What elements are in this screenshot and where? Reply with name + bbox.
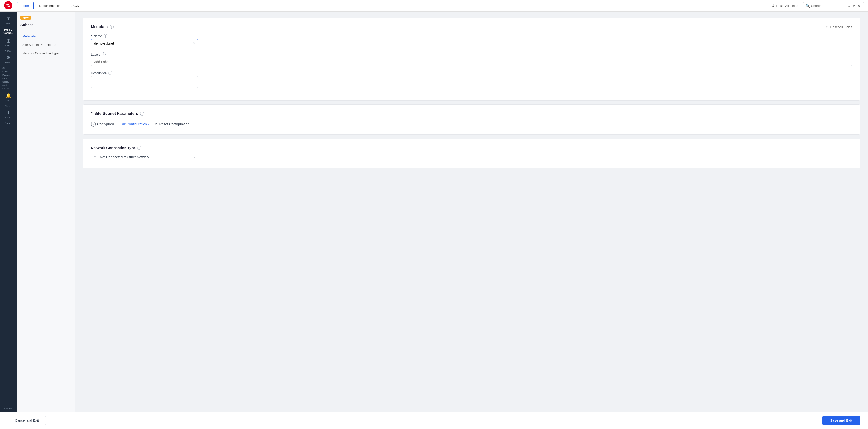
configured-badge: ✓ Configured	[91, 122, 114, 127]
reset-configuration-link[interactable]: ↺ Reset Configuration	[155, 122, 189, 126]
site-subnet-card: * Site Subnet Parameters i ✓ Configured …	[83, 104, 860, 135]
chevron-right-icon: ›	[148, 122, 149, 126]
network-connection-select-wrapper: ↱ Not Connected to Other Network Connect…	[91, 153, 198, 161]
manage-icon: ⚙	[6, 55, 10, 60]
top-nav: f5 Form Documentation JSON ↺ Reset All F…	[0, 0, 868, 12]
svg-text:f5: f5	[6, 3, 10, 8]
sidebar-link-nfv[interactable]: NFV	[1, 77, 16, 80]
sidebar-link-network[interactable]: Netw...	[1, 70, 16, 73]
network-connection-card: Network Connection Type i ↱ Not Connecte…	[83, 138, 860, 168]
name-label: * Name i	[91, 34, 852, 38]
f5-logo: f5	[4, 1, 13, 10]
site-subnet-info-icon[interactable]: i	[140, 112, 144, 116]
left-sidebar: ⊞ Sele... Multi-CConne... ◫ Ove... Netw.…	[0, 12, 17, 412]
sidebar-item-overview-label: Ove...	[5, 44, 11, 47]
configured-row: ✓ Configured Edit Configuration › ↺ Rese…	[91, 121, 852, 128]
sidebar-link-firewall[interactable]: Firew...	[1, 73, 16, 77]
labels-form-group: Labels i	[91, 52, 852, 66]
bell-icon: 🔔	[6, 93, 11, 99]
sidebar-item-notifications[interactable]: 🔔 Noti...	[0, 91, 17, 104]
panel-nav-header: New Subnet	[17, 12, 75, 32]
name-clear-button[interactable]: ✕	[192, 41, 196, 46]
name-info-icon[interactable]: i	[103, 34, 107, 38]
reset-icon: ↺	[772, 4, 775, 8]
sidebar-item-manage[interactable]: ⚙ Man...	[0, 53, 17, 66]
reset-all-fields-button[interactable]: ↺ Reset All Fields	[772, 4, 798, 8]
search-icon: 🔍	[806, 4, 810, 8]
description-info-icon[interactable]: i	[108, 71, 112, 75]
description-label: Description i	[91, 71, 852, 75]
metadata-card-title: Metadata i ↺ Reset All Fields	[91, 25, 852, 29]
sidebar-sub-items: Site I... Netw... Firew... NFV Secre... …	[0, 66, 17, 91]
panel-nav-metadata[interactable]: Metadata	[17, 32, 75, 40]
name-form-group: * Name i ✕	[91, 34, 852, 47]
sidebar-advanced-label[interactable]: Advanced	[0, 405, 17, 412]
sidebar-bottom: Advanced	[0, 405, 17, 412]
sidebar-link-alerts[interactable]: Alert...	[1, 84, 16, 87]
panel-nav: New Subnet Metadata Site Subnet Paramete…	[17, 12, 75, 412]
search-nav-buttons: ∧ ∨ ✕	[847, 3, 861, 8]
description-form-group: Description i	[91, 71, 852, 89]
sidebar-section-multi-c[interactable]: Multi-CConne...	[2, 27, 14, 36]
content-area: Metadata i ↺ Reset All Fields * Name i ✕	[75, 12, 868, 412]
metadata-info-icon[interactable]: i	[110, 25, 114, 29]
sidebar-link-secrets[interactable]: Secre...	[1, 80, 16, 84]
sidebar-network-label: Netw...	[4, 49, 13, 53]
sidebar-item-select[interactable]: ⊞ Sele...	[0, 13, 17, 27]
sidebar-item-overview[interactable]: ◫ Ove...	[0, 36, 17, 49]
reset-config-icon: ↺	[155, 122, 158, 126]
search-next-button[interactable]: ∨	[852, 3, 856, 8]
name-input-wrapper: ✕	[91, 39, 198, 47]
panel-nav-site-subnet[interactable]: Site Subnet Parameters	[17, 40, 75, 49]
panel-nav-network-connection[interactable]: Network Connection Type	[17, 49, 75, 58]
network-connection-select[interactable]: Not Connected to Other Network Connected…	[91, 153, 198, 161]
network-connection-label: Network Connection Type i	[91, 145, 852, 150]
sidebar-item-services-label: Serv...	[5, 117, 11, 119]
tab-form[interactable]: Form	[17, 2, 34, 9]
sidebar-item-notifications-label: Noti...	[5, 99, 11, 102]
info-circle-icon: ℹ	[7, 110, 9, 116]
tab-json[interactable]: JSON	[66, 2, 84, 9]
overview-icon: ◫	[6, 38, 10, 43]
sidebar-about-label: About...	[4, 122, 12, 125]
search-close-button[interactable]: ✕	[857, 3, 861, 8]
search-input[interactable]	[811, 4, 845, 7]
save-exit-button[interactable]: Save and Exit	[823, 416, 860, 425]
description-input[interactable]	[91, 76, 198, 88]
site-subnet-card-title: * Site Subnet Parameters i	[91, 111, 852, 116]
labels-input[interactable]	[91, 58, 852, 66]
labels-label: Labels i	[91, 52, 852, 56]
reset-icon-sm: ↺	[826, 25, 829, 29]
main-layout: ⊞ Sele... Multi-CConne... ◫ Ove... Netw.…	[0, 12, 868, 412]
check-circle-icon: ✓	[91, 122, 96, 127]
sidebar-item-select-label: Sele...	[5, 22, 11, 25]
metadata-card: Metadata i ↺ Reset All Fields * Name i ✕	[83, 18, 860, 101]
search-box: 🔍 ∧ ∨ ✕	[803, 2, 864, 9]
sidebar-link-site[interactable]: Site I...	[1, 66, 16, 70]
footer: Cancel and Exit Save and Exit	[0, 412, 868, 429]
sidebar-link-logs[interactable]: Log M...	[1, 87, 16, 90]
network-connection-info-icon[interactable]: i	[137, 146, 141, 150]
edit-configuration-link[interactable]: Edit Configuration ›	[120, 122, 149, 126]
sidebar-item-manage-label: Man...	[5, 61, 11, 64]
labels-info-icon[interactable]: i	[102, 52, 105, 56]
name-input[interactable]	[91, 39, 198, 47]
cancel-exit-button[interactable]: Cancel and Exit	[8, 416, 46, 425]
panel-title: Subnet	[21, 22, 71, 30]
search-prev-button[interactable]: ∧	[847, 3, 851, 8]
grid-icon: ⊞	[7, 16, 10, 22]
tab-documentation[interactable]: Documentation	[35, 2, 65, 9]
sidebar-item-services[interactable]: ℹ Serv...	[0, 108, 17, 122]
reset-all-label: Reset All Fields	[776, 4, 798, 7]
metadata-reset-link[interactable]: ↺ Reset All Fields	[826, 25, 852, 29]
sidebar-alerts-label: Alerts...	[4, 104, 13, 108]
new-badge: New	[21, 16, 31, 20]
